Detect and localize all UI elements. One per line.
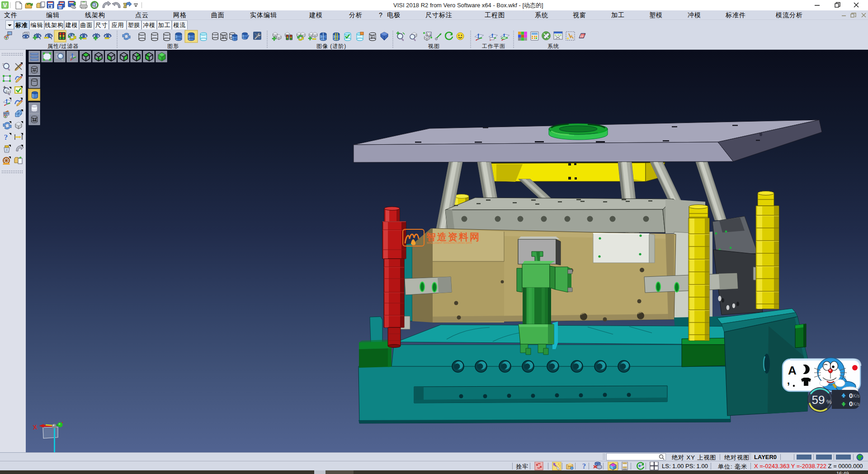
svg-text:INTELLIGENT MANUFACTURING DATA: INTELLIGENT MANUFACTURING DATA [427,242,472,244]
svg-text:59: 59 [812,393,825,407]
svg-text:1:1: 1:1 [427,33,431,36]
svg-text:K/s: K/s [853,393,859,398]
svg-text:智造资料网: 智造资料网 [426,232,481,242]
svg-text:0: 0 [849,400,853,408]
svg-text:?: ? [582,462,586,470]
svg-text:,: , [787,375,790,386]
svg-text:K/s: K/s [853,402,859,407]
svg-text:0: 0 [849,392,853,399]
svg-text:%: % [826,398,832,405]
svg-text:V: V [3,2,7,9]
svg-text:?: ? [4,133,8,142]
